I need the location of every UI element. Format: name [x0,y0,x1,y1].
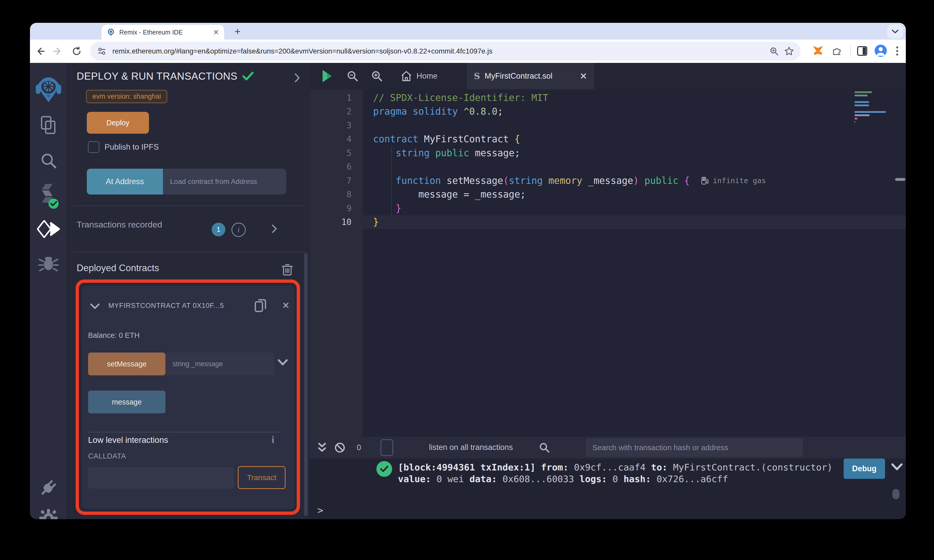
at-address-input[interactable]: Load contract from Address [163,169,286,195]
low-level-label: Low level interactions [88,435,168,445]
tab-title: Remix - Ethereum IDE [119,29,213,36]
icon-rail [30,63,67,519]
run-script-icon[interactable] [319,63,335,89]
browser-menu-icon[interactable] [890,44,904,58]
remix-logo-icon[interactable] [30,71,67,106]
solidity-file-icon: S [474,71,480,81]
editor-scrollbar-thumb[interactable] [895,178,905,181]
line-content: } [373,217,379,228]
set-message-input[interactable]: string _message [166,352,274,375]
panel-expand-icon[interactable] [294,73,300,83]
run-panel: DEPLOY & RUN TRANSACTIONS evm version: s… [67,63,310,519]
code-line[interactable]: 3 [310,118,906,132]
code-line[interactable]: 9 } [310,202,906,215]
terminal: 0 listen on all transactions Search with… [310,437,906,519]
terminal-scrollbar-thumb[interactable] [892,489,900,499]
zoom-icon[interactable] [769,46,779,56]
url-bar[interactable]: remix.ethereum.org/#lang=en&optimize=fal… [90,42,801,61]
tx-success-icon [376,461,392,477]
extensions-puzzle-icon[interactable] [830,44,844,58]
line-number: 4 [310,134,351,144]
message-button[interactable]: message [88,391,165,414]
metamask-extension-icon[interactable] [811,44,825,58]
line-number: 8 [310,189,351,199]
editor-toolbar: Home S MyFirstContract.sol ✕ [310,63,906,89]
bookmark-star-icon[interactable] [784,46,794,56]
new-tab-button[interactable]: + [230,25,245,38]
debug-button[interactable]: Debug [844,458,885,479]
at-address-group: At Address Load contract from Address [87,169,286,195]
file-explorer-icon[interactable] [30,111,67,139]
set-message-button[interactable]: setMessage [88,352,165,375]
divider [74,205,305,206]
tab-close-icon[interactable]: ✕ [213,28,219,37]
transact-button[interactable]: Transact [238,466,285,489]
deploy-run-icon[interactable] [30,215,67,243]
at-address-button[interactable]: At Address [87,169,163,195]
browser-toolbar: remix.ethereum.org/#lang=en&optimize=fal… [30,40,906,63]
back-button[interactable] [34,45,47,58]
transactions-info-icon[interactable]: i [231,223,246,237]
deploy-button[interactable]: Deploy [87,112,149,134]
home-tab[interactable]: Home [393,63,445,89]
tx-log-entry[interactable]: [block:4994361 txIndex:1] from: 0x9cf...… [398,462,832,485]
contract-title: MYFIRSTCONTRACT AT 0X10F...5 [108,302,253,310]
remix-favicon [106,28,115,37]
code-line[interactable]: 5 string public message; [310,146,906,160]
clear-console-icon[interactable] [333,437,347,458]
log-expand-icon[interactable] [891,463,903,471]
evm-version-badge: evm version: shanghai [86,90,167,103]
code-line[interactable]: 7 function setMessage(string memory _mes… [310,174,906,188]
code-line[interactable]: 8 message = _message; [310,188,906,202]
transactions-expand-icon[interactable] [271,224,277,233]
search-icon[interactable] [30,146,67,174]
code-lines: 1// SPDX-License-Identifier: MIT2pragma … [310,91,906,229]
listen-checkbox[interactable] [381,439,393,456]
code-line[interactable]: 2pragma solidity ^0.8.0; [310,105,906,119]
url-text: remix.ethereum.org/#lang=en&optimize=fal… [113,47,764,55]
forward-button[interactable] [51,45,65,58]
copy-icon[interactable] [254,298,267,313]
trash-icon[interactable] [282,263,293,276]
tab-search-button[interactable] [887,25,903,38]
profile-avatar[interactable] [875,45,887,57]
minimap-line [855,91,872,93]
publish-ipfs-checkbox[interactable] [88,141,100,153]
code-line[interactable]: 4contract MyFirstContract { [310,132,906,146]
contract-collapse-icon[interactable] [90,303,100,309]
file-tab-close-icon[interactable]: ✕ [580,71,587,81]
editor-minimap[interactable] [855,91,895,124]
terminal-toolbar: 0 listen on all transactions Search with… [310,437,906,458]
solidity-compiler-icon[interactable] [30,181,67,211]
screenshot-root: Remix - Ethereum IDE ✕ + remix.ethereum.… [0,0,934,560]
terminal-prompt[interactable]: > [317,505,323,516]
file-tab-active[interactable]: S MyFirstContract.sol ✕ [467,63,594,89]
reload-button[interactable] [70,45,83,58]
site-settings-icon[interactable] [97,47,106,56]
side-panel-icon[interactable] [855,44,869,58]
code-line[interactable]: 10} [310,215,906,229]
minimap-line [855,118,857,120]
line-content: pragma solidity ^0.8.0; [373,106,503,117]
code-line[interactable]: 1// SPDX-License-Identifier: MIT [310,91,906,105]
minimap-line [855,114,869,116]
minimap-line [855,101,869,103]
expand-args-icon[interactable] [277,359,288,366]
line-number: 5 [310,148,351,158]
zoom-out-icon[interactable] [345,63,360,89]
low-level-info-icon[interactable]: i [271,434,274,445]
panel-scrollbar[interactable] [304,253,308,516]
zoom-in-icon[interactable] [369,63,385,89]
debugger-icon[interactable] [30,249,67,277]
plugin-manager-icon[interactable] [30,474,67,502]
code-line[interactable]: 6 [310,160,906,174]
code-editor[interactable]: 1// SPDX-License-Identifier: MIT2pragma … [310,89,906,437]
terminal-search-input[interactable]: Search with transaction hash or address [586,438,803,457]
line-content: message = _message; [373,189,526,200]
contract-close-icon[interactable]: ✕ [282,300,290,311]
expand-terminal-icon[interactable] [315,437,329,458]
settings-gear-icon[interactable] [30,504,67,519]
calldata-input[interactable] [88,467,234,488]
chevron-down-icon [891,29,899,34]
browser-tab[interactable]: Remix - Ethereum IDE ✕ [102,25,224,40]
